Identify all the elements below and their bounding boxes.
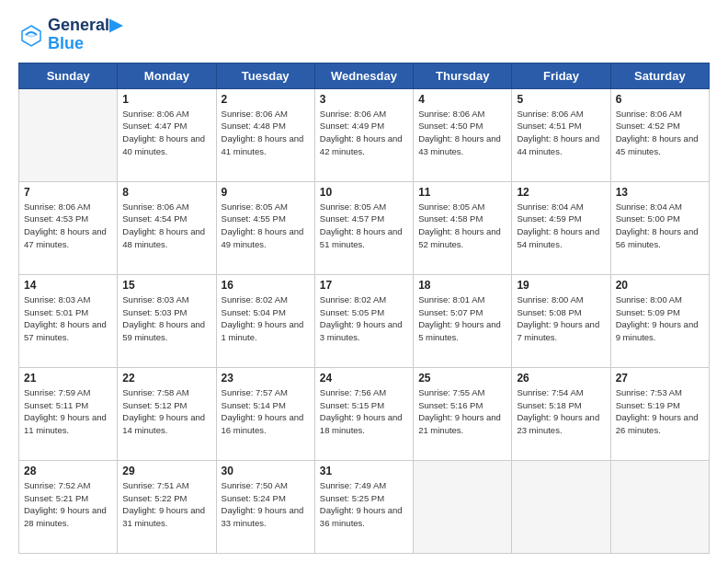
- calendar-cell: 11 Sunrise: 8:05 AMSunset: 4:58 PMDaylig…: [414, 181, 512, 274]
- day-number: 22: [122, 372, 210, 385]
- day-number: 31: [320, 465, 408, 477]
- calendar-cell: 4 Sunrise: 8:06 AMSunset: 4:50 PMDayligh…: [414, 88, 512, 181]
- calendar-cell: [610, 460, 709, 553]
- day-number: 27: [616, 372, 704, 385]
- calendar-cell: 18 Sunrise: 8:01 AMSunset: 5:07 PMDaylig…: [414, 274, 512, 367]
- calendar-cell: 5 Sunrise: 8:06 AMSunset: 4:51 PMDayligh…: [512, 88, 610, 181]
- day-number: 7: [24, 186, 112, 199]
- week-row-2: 7 Sunrise: 8:06 AMSunset: 4:53 PMDayligh…: [19, 181, 710, 274]
- calendar-cell: 26 Sunrise: 7:54 AMSunset: 5:18 PMDaylig…: [512, 367, 610, 460]
- week-row-1: 1 Sunrise: 8:06 AMSunset: 4:47 PMDayligh…: [19, 88, 710, 181]
- day-info: Sunrise: 7:50 AMSunset: 5:24 PMDaylight:…: [222, 479, 310, 530]
- calendar-cell: 13 Sunrise: 8:04 AMSunset: 5:00 PMDaylig…: [610, 181, 709, 274]
- day-number: 30: [222, 465, 310, 477]
- day-number: 23: [222, 372, 310, 385]
- calendar-cell: 25 Sunrise: 7:55 AMSunset: 5:16 PMDaylig…: [414, 367, 512, 460]
- calendar-cell: [414, 460, 512, 553]
- day-info: Sunrise: 8:01 AMSunset: 5:07 PMDaylight:…: [418, 293, 506, 344]
- week-row-3: 14 Sunrise: 8:03 AMSunset: 5:01 PMDaylig…: [19, 274, 710, 367]
- day-number: 28: [24, 465, 112, 477]
- calendar-cell: 29 Sunrise: 7:51 AMSunset: 5:22 PMDaylig…: [118, 460, 216, 553]
- calendar-cell: 19 Sunrise: 8:00 AMSunset: 5:08 PMDaylig…: [512, 274, 610, 367]
- day-info: Sunrise: 7:55 AMSunset: 5:16 PMDaylight:…: [418, 386, 506, 437]
- weekday-header-monday: Monday: [118, 63, 216, 88]
- weekday-header-friday: Friday: [512, 63, 610, 88]
- day-number: 3: [320, 93, 408, 106]
- calendar-cell: 17 Sunrise: 8:02 AMSunset: 5:05 PMDaylig…: [314, 274, 413, 367]
- day-info: Sunrise: 8:06 AMSunset: 4:49 PMDaylight:…: [320, 108, 408, 158]
- calendar-cell: 31 Sunrise: 7:49 AMSunset: 5:25 PMDaylig…: [314, 460, 413, 553]
- day-number: 11: [418, 186, 506, 199]
- day-info: Sunrise: 8:06 AMSunset: 4:50 PMDaylight:…: [418, 108, 506, 158]
- day-number: 25: [418, 372, 506, 385]
- day-info: Sunrise: 7:51 AMSunset: 5:22 PMDaylight:…: [122, 479, 210, 530]
- day-number: 12: [517, 186, 605, 199]
- day-number: 29: [122, 465, 210, 477]
- day-info: Sunrise: 8:06 AMSunset: 4:47 PMDaylight:…: [122, 108, 210, 158]
- calendar-cell: 1 Sunrise: 8:06 AMSunset: 4:47 PMDayligh…: [118, 88, 216, 181]
- logo: General▶ Blue: [18, 17, 122, 53]
- day-info: Sunrise: 8:05 AMSunset: 4:55 PMDaylight:…: [222, 201, 310, 251]
- day-info: Sunrise: 8:05 AMSunset: 4:57 PMDaylight:…: [320, 201, 408, 251]
- week-row-5: 28 Sunrise: 7:52 AMSunset: 5:21 PMDaylig…: [19, 460, 710, 553]
- day-number: 21: [24, 372, 112, 385]
- day-info: Sunrise: 8:02 AMSunset: 5:04 PMDaylight:…: [222, 293, 310, 344]
- day-info: Sunrise: 8:06 AMSunset: 4:54 PMDaylight:…: [122, 201, 210, 251]
- day-info: Sunrise: 7:54 AMSunset: 5:18 PMDaylight:…: [517, 386, 605, 437]
- day-number: 19: [517, 279, 605, 292]
- day-info: Sunrise: 7:53 AMSunset: 5:19 PMDaylight:…: [616, 386, 704, 437]
- calendar-cell: 15 Sunrise: 8:03 AMSunset: 5:03 PMDaylig…: [118, 274, 216, 367]
- calendar-cell: 6 Sunrise: 8:06 AMSunset: 4:52 PMDayligh…: [610, 88, 709, 181]
- day-info: Sunrise: 8:04 AMSunset: 5:00 PMDaylight:…: [616, 201, 704, 251]
- calendar-table: SundayMondayTuesdayWednesdayThursdayFrid…: [18, 63, 710, 554]
- calendar-cell: 20 Sunrise: 8:00 AMSunset: 5:09 PMDaylig…: [610, 274, 709, 367]
- day-info: Sunrise: 8:05 AMSunset: 4:58 PMDaylight:…: [418, 201, 506, 251]
- day-number: 18: [418, 279, 506, 292]
- day-number: 14: [24, 279, 112, 292]
- day-info: Sunrise: 7:57 AMSunset: 5:14 PMDaylight:…: [222, 386, 310, 437]
- day-info: Sunrise: 7:59 AMSunset: 5:11 PMDaylight:…: [24, 386, 112, 437]
- weekday-header-sunday: Sunday: [19, 63, 118, 88]
- day-info: Sunrise: 8:02 AMSunset: 5:05 PMDaylight:…: [320, 293, 408, 344]
- day-number: 20: [616, 279, 704, 292]
- calendar-cell: 22 Sunrise: 7:58 AMSunset: 5:12 PMDaylig…: [118, 367, 216, 460]
- calendar-cell: 2 Sunrise: 8:06 AMSunset: 4:48 PMDayligh…: [216, 88, 314, 181]
- day-info: Sunrise: 7:52 AMSunset: 5:21 PMDaylight:…: [24, 479, 112, 530]
- day-info: Sunrise: 7:49 AMSunset: 5:25 PMDaylight:…: [320, 479, 408, 530]
- day-info: Sunrise: 8:06 AMSunset: 4:48 PMDaylight:…: [222, 108, 310, 158]
- day-number: 24: [320, 372, 408, 385]
- day-number: 6: [616, 93, 704, 106]
- day-number: 13: [616, 186, 704, 199]
- calendar-cell: 10 Sunrise: 8:05 AMSunset: 4:57 PMDaylig…: [314, 181, 413, 274]
- calendar-cell: 7 Sunrise: 8:06 AMSunset: 4:53 PMDayligh…: [19, 181, 118, 274]
- day-info: Sunrise: 8:06 AMSunset: 4:53 PMDaylight:…: [24, 201, 112, 251]
- day-number: 10: [320, 186, 408, 199]
- header: General▶ Blue: [18, 17, 710, 53]
- day-info: Sunrise: 8:00 AMSunset: 5:09 PMDaylight:…: [616, 293, 704, 344]
- logo-icon: [18, 22, 44, 48]
- day-info: Sunrise: 7:56 AMSunset: 5:15 PMDaylight:…: [320, 386, 408, 437]
- weekday-header-wednesday: Wednesday: [314, 63, 413, 88]
- weekday-header-thursday: Thursday: [414, 63, 512, 88]
- week-row-4: 21 Sunrise: 7:59 AMSunset: 5:11 PMDaylig…: [19, 367, 710, 460]
- calendar-cell: 27 Sunrise: 7:53 AMSunset: 5:19 PMDaylig…: [610, 367, 709, 460]
- calendar-cell: 3 Sunrise: 8:06 AMSunset: 4:49 PMDayligh…: [314, 88, 413, 181]
- day-number: 5: [517, 93, 605, 106]
- calendar-cell: 24 Sunrise: 7:56 AMSunset: 5:15 PMDaylig…: [314, 367, 413, 460]
- day-number: 9: [222, 186, 310, 199]
- logo-text: General▶ Blue: [48, 17, 122, 53]
- day-number: 15: [122, 279, 210, 292]
- day-number: 17: [320, 279, 408, 292]
- calendar-cell: 21 Sunrise: 7:59 AMSunset: 5:11 PMDaylig…: [19, 367, 118, 460]
- day-info: Sunrise: 8:04 AMSunset: 4:59 PMDaylight:…: [517, 201, 605, 251]
- day-info: Sunrise: 8:03 AMSunset: 5:01 PMDaylight:…: [24, 293, 112, 344]
- day-info: Sunrise: 8:03 AMSunset: 5:03 PMDaylight:…: [122, 293, 210, 344]
- calendar-cell: 23 Sunrise: 7:57 AMSunset: 5:14 PMDaylig…: [216, 367, 314, 460]
- day-number: 8: [122, 186, 210, 199]
- calendar-cell: 14 Sunrise: 8:03 AMSunset: 5:01 PMDaylig…: [19, 274, 118, 367]
- calendar-cell: 8 Sunrise: 8:06 AMSunset: 4:54 PMDayligh…: [118, 181, 216, 274]
- day-info: Sunrise: 8:06 AMSunset: 4:51 PMDaylight:…: [517, 108, 605, 158]
- weekday-header-tuesday: Tuesday: [216, 63, 314, 88]
- calendar-cell: [512, 460, 610, 553]
- calendar-cell: 16 Sunrise: 8:02 AMSunset: 5:04 PMDaylig…: [216, 274, 314, 367]
